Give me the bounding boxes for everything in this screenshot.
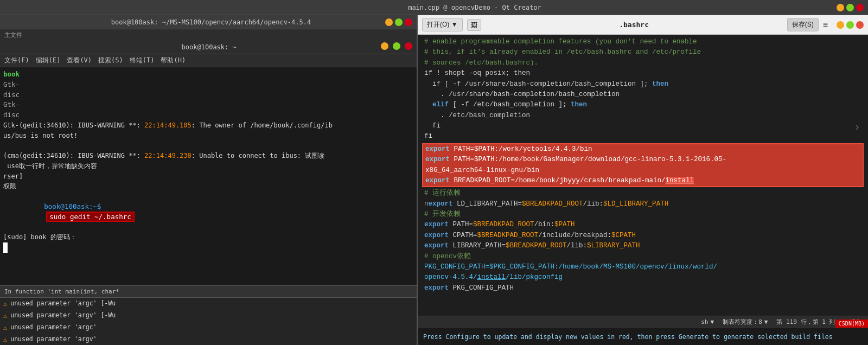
terminal-minimize-1[interactable]	[385, 18, 393, 26]
editor-filename: .bashrc	[486, 21, 783, 29]
terminal-line: book	[3, 69, 413, 80]
menu-help[interactable]: 帮助(H)	[161, 56, 186, 65]
terminal-close-2[interactable]	[405, 42, 412, 50]
terminal-menubar: 文件(F) 编辑(E) 查看(V) 搜索(S) 终端(T) 帮助(H)	[0, 54, 417, 67]
warning-icon-1: ⚠	[3, 299, 7, 309]
save-button[interactable]: 保存(S)	[787, 18, 819, 31]
terminal-line: Gtk-	[3, 80, 413, 90]
qt-window-controls[interactable]	[837, 4, 864, 11]
code-line: if ! shopt -oq posix; then	[422, 68, 864, 79]
code-line: elif [ -f /etc/bash_completion ]; then	[422, 100, 864, 110]
tab-width-selector[interactable]: 制表符宽度：8 ▼	[723, 318, 768, 326]
open-button[interactable]: 打开(O) ▼	[422, 18, 463, 31]
code-line: # enable programmable completion feature…	[422, 37, 864, 47]
build-issues-panel: In function 'int main(int, char* ⚠ unuse…	[0, 285, 417, 345]
terminal-titlebar-2: book@100ask: ~	[0, 40, 417, 54]
menu-edit[interactable]: 编辑(E)	[36, 56, 61, 65]
terminal-line: disc	[3, 110, 413, 120]
terminal-maximize-1[interactable]	[395, 18, 403, 26]
terminal-panel: book@100ask: ~/MS-MS100/opencv/aarch64/o…	[0, 15, 418, 345]
code-line: nexport LD_LIBRARY_PATH=$BREADKPAD_ROOT/…	[422, 199, 864, 209]
terminal-title-2: book@100ask: ~	[182, 43, 237, 51]
qt-creator-titlebar: main.cpp @ opencvDemo - Qt Creator	[0, 0, 868, 15]
warning-icon-4: ⚠	[3, 335, 7, 344]
selected-code-block: export PATH=$PATH:/work/yctools/4.4.3/bi…	[422, 143, 864, 188]
code-line: if [ -f /usr/share/bash-completion/bash_…	[422, 79, 864, 90]
code-line: export PKG_CONFIG_PATH	[422, 283, 864, 293]
image-button[interactable]: 🖼	[467, 19, 481, 31]
code-line: opencv-4.5.4/install/lib/pkgconfig	[422, 272, 864, 283]
language-label: sh	[701, 318, 708, 325]
language-dropdown-icon[interactable]: ▼	[711, 318, 714, 325]
terminal-line: [sudo] book 的密码：	[3, 232, 413, 242]
code-line: # 运行依赖	[422, 188, 864, 199]
gedit-minimize[interactable]	[837, 21, 844, 29]
warning-row-4: ⚠ unused parameter 'argv'	[0, 334, 417, 345]
terminal-cursor	[3, 242, 413, 253]
code-line: PKG_CONFIG_PATH=$PKG_CONFIG_PATH:/home/b…	[422, 262, 864, 272]
message-text: Press Configure to update and display ne…	[423, 333, 833, 341]
csdn-badge: CSDN(MB)	[835, 320, 868, 328]
code-line-selected: export BREADKPAD_ROOT=/home/book/jbyyy/c…	[423, 176, 863, 186]
gedit-window-controls[interactable]	[837, 21, 864, 29]
code-line: # sources /etc/bash.bashrc).	[422, 58, 864, 68]
terminal-prompt-line: book@100ask:~$ sudo gedit ~/.bashrc	[3, 191, 413, 232]
code-line: export PATH=$BREADKPAD_ROOT/bin:$PATH	[422, 220, 864, 230]
code-line-selected: x86_64_aarch64-linux-gnu/bin	[423, 165, 863, 176]
main-window-label: 主文件	[4, 31, 22, 39]
code-line: fi	[422, 131, 864, 142]
terminal-minimize-2[interactable]	[381, 42, 388, 50]
language-selector[interactable]: sh ▼	[701, 318, 714, 325]
maximize-button[interactable]	[846, 4, 854, 11]
terminal-line: Gtk-	[3, 100, 413, 110]
terminal-line: (cma(gedit:34610): IBUS-WARNING **: 22:1…	[3, 151, 413, 161]
code-line: export LIBRARY_PATH=$BREADKPAD_ROOT/lib:…	[422, 241, 864, 251]
terminal-line: Gtk-(gedit:34610): IBUS-WARNING **: 22:1…	[3, 120, 413, 131]
terminal-line: disc	[3, 90, 413, 100]
terminal-line: rser]	[3, 171, 413, 182]
warning-row-1: ⚠ unused parameter 'argc' [-Wu	[0, 298, 417, 310]
gedit-toolbar: 打开(O) ▼ 🖼 .bashrc 保存(S) ≡	[418, 15, 868, 35]
gedit-maximize[interactable]	[846, 21, 854, 29]
code-line: . /usr/share/bash-completion/bash_comple…	[422, 90, 864, 100]
menu-file[interactable]: 文件(F)	[4, 56, 29, 65]
terminal-title-1: book@100ask: ~/MS-MS100/opencv/aarch64/o…	[111, 18, 311, 26]
terminal-maximize-2[interactable]	[393, 42, 400, 50]
menu-button[interactable]: ≡	[823, 20, 828, 30]
warning-row-3: ⚠ unused parameter 'argc'	[0, 322, 417, 334]
warning-row-2: ⚠ unused parameter 'argv' [-Wu	[0, 310, 417, 322]
terminal-controls-2[interactable]	[381, 42, 412, 52]
subpanel-title: In function 'int main(int, char*	[0, 286, 417, 298]
terminal-command: sudo gedit ~/.bashrc	[46, 212, 135, 222]
code-line: . /etc/bash_completion	[422, 111, 864, 121]
code-line: fi	[422, 121, 864, 131]
menu-terminal[interactable]: 终端(T)	[130, 56, 155, 65]
code-editor[interactable]: # enable programmable completion feature…	[418, 35, 868, 316]
terminal-line	[3, 140, 413, 151]
tab-width-dropdown-icon[interactable]: ▼	[764, 318, 768, 325]
code-line-selected: export PATH=$PATH:/home/book/GasManager/…	[423, 155, 863, 165]
code-line: # 开发依赖	[422, 209, 864, 220]
gedit-close[interactable]	[856, 21, 864, 29]
menu-view[interactable]: 查看(V)	[67, 56, 92, 65]
cursor-position: 第 119 行，第 1 列 ▼	[776, 318, 841, 326]
warning-icon-2: ⚠	[3, 311, 7, 321]
scroll-arrow: ›	[854, 119, 860, 136]
code-line: # opencv依赖	[422, 252, 864, 262]
terminal-close-1[interactable]	[405, 18, 412, 26]
terminal-controls-1[interactable]	[385, 18, 412, 26]
code-line: export CPATH=$BREADKPAD_ROOT/include/bre…	[422, 231, 864, 241]
minimize-button[interactable]	[837, 4, 844, 11]
terminal-line: 权限	[3, 181, 413, 191]
terminal-line: us/bus is not root!	[3, 131, 413, 141]
code-line: # this, if it's already enabled in /etc/…	[422, 47, 864, 58]
terminal-line: use取一行时，异常地缺失内容	[3, 161, 413, 171]
terminal-content: book Gtk- disc Gtk- disc Gtk-(gedit:3461…	[0, 67, 417, 285]
warning-icon-3: ⚠	[3, 323, 7, 333]
position-label: 第 119 行，第 1 列	[776, 318, 835, 326]
close-button[interactable]	[856, 4, 864, 11]
status-bar: sh ▼ 制表符宽度：8 ▼ 第 119 行，第 1 列 ▼ 插入	[418, 316, 868, 328]
menu-search[interactable]: 搜索(S)	[98, 56, 123, 65]
qt-creator-title: main.cpp @ opencvDemo - Qt Creator	[408, 4, 541, 11]
code-line-selected: export PATH=$PATH:/work/yctools/4.4.3/bi…	[423, 144, 863, 155]
